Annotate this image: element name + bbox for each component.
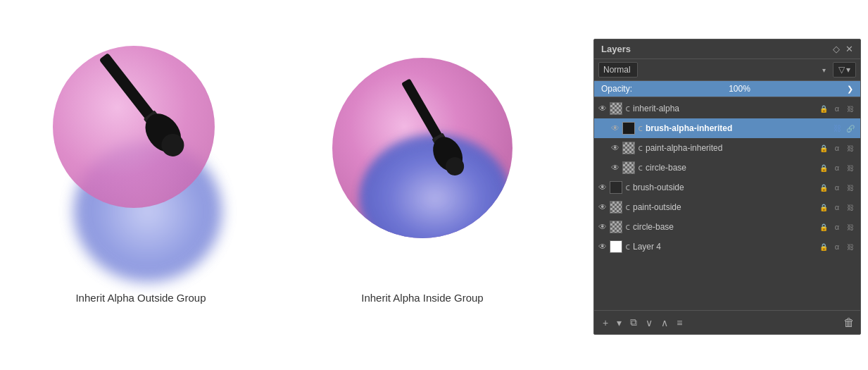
inherit-alpha-icon: ↄ: [625, 104, 630, 113]
footer-left: + ▾ ⧉ ∨ ∧ ≡: [600, 315, 685, 330]
chain-icon[interactable]: ⛓: [845, 204, 856, 211]
add-dropdown-icon[interactable]: ▾: [614, 316, 624, 330]
layer-properties-icon[interactable]: ≡: [674, 316, 685, 330]
opacity-arrow[interactable]: ❯: [847, 85, 853, 94]
layer-row[interactable]: 👁ↄcircle-base🔒α⛓: [594, 158, 860, 178]
layer-thumbnail: [610, 221, 622, 233]
inherit-alpha-icon: ↄ: [638, 123, 643, 133]
lock-icon[interactable]: 🔒: [818, 204, 829, 211]
chain-icon[interactable]: ⛓: [845, 243, 856, 251]
eye-icon[interactable]: 👁: [598, 183, 607, 192]
inherit-alpha-icon: ↄ: [625, 202, 630, 212]
alpha-lock-icon[interactable]: α: [831, 164, 843, 172]
layer-thumbnail: [622, 161, 635, 174]
filter-icon: ▽: [838, 65, 845, 75]
panel-header: Layers ◇ ✕: [594, 39, 860, 59]
right-caption: Inherit Alpha Inside Group: [361, 292, 483, 304]
opacity-label: Opacity:: [601, 84, 632, 94]
eye-icon[interactable]: 👁: [611, 163, 619, 173]
eye-icon[interactable]: 👁: [611, 143, 619, 153]
layer-thumbnail: [610, 102, 622, 115]
layer-actions: 🔒α⛓: [818, 164, 856, 172]
opacity-row: Opacity: 100% ❯: [594, 81, 860, 97]
alpha-lock-icon[interactable]: α: [831, 104, 843, 113]
layer-row[interactable]: 👁ↄinherit-alpha🔒α⛓: [594, 99, 860, 118]
main-area: Inherit Alpha Outside Group: [0, 0, 593, 318]
layer-name: brush-alpha-inherited: [646, 123, 829, 133]
chain-icon[interactable]: ⛓: [845, 184, 856, 192]
move-down-icon[interactable]: ∨: [643, 316, 655, 330]
eye-icon[interactable]: 👁: [598, 202, 607, 212]
svg-rect-0: [99, 53, 156, 121]
layer-actions: 🔒α⛓: [818, 183, 856, 192]
panel-title: Layers: [601, 44, 631, 54]
inherit-alpha-icon: ↄ: [638, 163, 643, 173]
close-icon[interactable]: ✕: [845, 44, 853, 54]
alpha-lock-icon[interactable]: α: [831, 203, 843, 211]
alpha-link-icon[interactable]: 🔗: [845, 125, 856, 132]
right-canvas: [310, 21, 535, 275]
inherit-alpha-icon: ↄ: [625, 222, 630, 232]
chain-icon[interactable]: ⛓: [845, 144, 856, 152]
layer-row[interactable]: 👁ↄbrush-outside🔒α⛓: [594, 178, 860, 197]
illustrations-container: Inherit Alpha Outside Group: [28, 21, 535, 304]
blend-mode-row: Normal Multiply Screen Overlay ▽ ▾: [594, 59, 860, 81]
alpha-lock-icon[interactable]: α: [831, 183, 843, 192]
left-caption: Inherit Alpha Outside Group: [75, 292, 206, 304]
diamond-icon[interactable]: ◇: [833, 44, 840, 54]
delete-layer-icon[interactable]: 🗑: [843, 316, 855, 329]
lock-icon[interactable]: 🔒: [818, 184, 829, 192]
alpha-lock-icon[interactable]: α: [831, 223, 843, 231]
filter-arrow: ▾: [846, 65, 850, 75]
layer-row[interactable]: 👁ↄpaint-outside🔒α⛓: [594, 197, 860, 217]
panel-header-icons: ◇ ✕: [833, 44, 853, 54]
inherit-alpha-icon: ↄ: [625, 242, 630, 252]
lock-icon[interactable]: 🔒: [818, 105, 829, 113]
chain-icon[interactable]: ⛓: [845, 223, 856, 231]
layer-row[interactable]: 👁ↄpaint-alpha-inherited🔒α⛓: [594, 138, 860, 158]
layer-name: brush-outside: [633, 183, 815, 192]
layer-thumbnail: [622, 122, 635, 135]
layer-thumbnail: [610, 201, 622, 214]
layer-row[interactable]: 👁ↄbrush-alpha-inherited⛓🔗: [594, 118, 860, 138]
move-up-icon[interactable]: ∧: [658, 316, 671, 330]
layer-row[interactable]: 👁ↄLayer 4🔒α⛓: [594, 237, 860, 257]
left-illustration: Inherit Alpha Outside Group: [28, 21, 253, 304]
layer-name: Layer 4: [633, 242, 815, 252]
layer-thumbnail: [622, 142, 635, 154]
layer-thumbnail: [610, 181, 622, 194]
layer-actions: 🔒α⛓: [818, 242, 856, 251]
alpha-lock-icon[interactable]: α: [831, 242, 843, 251]
layer-name: paint-alpha-inherited: [646, 143, 815, 153]
layer-name: paint-outside: [633, 202, 815, 212]
lock-icon[interactable]: 🔒: [818, 144, 829, 152]
eye-icon[interactable]: 👁: [598, 104, 607, 113]
lock-icon[interactable]: 🔒: [818, 243, 829, 251]
blend-mode-select[interactable]: Normal Multiply Screen Overlay: [598, 62, 638, 78]
layer-name: circle-base: [633, 222, 815, 232]
alpha-lock-icon[interactable]: α: [831, 144, 843, 152]
add-layer-icon[interactable]: +: [600, 316, 611, 330]
layer-name: circle-base: [646, 163, 815, 173]
eye-icon[interactable]: 👁: [598, 222, 607, 232]
chain-link-icon[interactable]: ⛓: [831, 124, 843, 132]
layer-actions: 🔒α⛓: [818, 223, 856, 231]
layer-row[interactable]: 👁ↄcircle-base🔒α⛓: [594, 217, 860, 237]
eye-icon[interactable]: 👁: [598, 242, 607, 252]
eye-icon[interactable]: 👁: [611, 123, 619, 133]
layer-actions: 🔒α⛓: [818, 104, 856, 113]
left-canvas: [28, 21, 253, 275]
lock-icon[interactable]: 🔒: [818, 164, 829, 172]
inherit-alpha-icon: ↄ: [625, 183, 630, 192]
panel-footer: + ▾ ⧉ ∨ ∧ ≡ 🗑: [594, 310, 860, 334]
filter-button[interactable]: ▽ ▾: [833, 62, 856, 78]
outside-group-visual: [35, 28, 246, 268]
layers-list: 👁ↄinherit-alpha🔒α⛓👁ↄbrush-alpha-inherite…: [594, 97, 860, 310]
layer-actions: 🔒α⛓: [818, 203, 856, 211]
chain-icon[interactable]: ⛓: [845, 164, 856, 172]
opacity-value: 100%: [729, 84, 750, 94]
brush-svg-left: [35, 28, 190, 169]
duplicate-layer-icon[interactable]: ⧉: [627, 315, 640, 330]
lock-icon[interactable]: 🔒: [818, 223, 829, 231]
chain-icon[interactable]: ⛓: [845, 105, 856, 113]
